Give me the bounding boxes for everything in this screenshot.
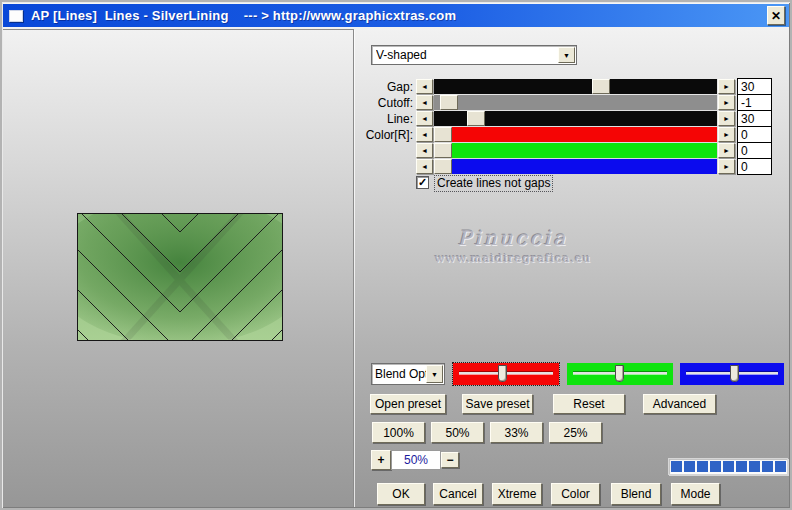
line-slider-track[interactable] (434, 111, 717, 126)
save-preset-button[interactable]: Save preset (462, 394, 533, 414)
chevron-down-icon[interactable]: ▼ (558, 47, 575, 63)
progress-segment (749, 461, 760, 472)
reset-button[interactable]: Reset (553, 394, 625, 414)
cutoff-slider-track[interactable] (434, 95, 717, 110)
watermark: Pinuccia www.maidiregrafica.eu (398, 226, 628, 265)
advanced-button[interactable]: Advanced (643, 394, 716, 414)
title-bar[interactable]: AP [Lines] Lines - SilverLining --- > ht… (2, 4, 790, 27)
close-button[interactable]: ✕ (767, 6, 785, 25)
preset-dropdown[interactable]: V-shaped ▼ (371, 45, 577, 65)
arrow-left-icon[interactable]: ◄ (416, 95, 433, 110)
color-green-slider-thumb[interactable] (434, 143, 452, 158)
app-icon (9, 10, 23, 22)
color-red-value-input[interactable] (737, 126, 772, 143)
color-button[interactable]: Color (551, 483, 600, 505)
arrow-left-icon[interactable]: ◄ (416, 79, 433, 94)
preset-dropdown-value: V-shaped (376, 48, 427, 62)
progress-segment (697, 461, 708, 472)
progress-bar (668, 458, 788, 475)
arrow-left-icon[interactable]: ◄ (416, 159, 433, 174)
green-mix-slider-thumb[interactable] (615, 365, 624, 382)
arrow-left-icon[interactable]: ◄ (416, 111, 433, 126)
check-icon: ✓ (418, 176, 427, 188)
chevron-down-icon[interactable]: ▼ (426, 365, 443, 383)
create-lines-checkbox[interactable]: ✓ (416, 176, 429, 189)
zoom-33-button[interactable]: 33% (490, 422, 543, 443)
arrow-right-icon[interactable]: ► (718, 159, 735, 174)
arrow-left-icon[interactable]: ◄ (416, 127, 433, 142)
color-red-slider-row: Color[R]: ◄ ► (0, 127, 792, 142)
progress-segment (736, 461, 747, 472)
progress-segment (671, 461, 682, 472)
color-blue-value-input[interactable] (737, 158, 772, 175)
gap-slider-thumb[interactable] (592, 79, 610, 94)
line-slider-thumb[interactable] (467, 111, 485, 126)
color-blue-slider-row: ◄ ► (0, 159, 792, 174)
xtreme-button[interactable]: Xtreme (492, 483, 542, 505)
color-r-label: Color[R]: (353, 128, 413, 142)
line-slider-row: Line: ◄ ► (0, 111, 792, 126)
color-blue-slider-track[interactable] (434, 159, 717, 174)
watermark-site: www.maidiregrafica.eu (398, 251, 628, 265)
color-green-slider-track[interactable] (434, 143, 717, 158)
cutoff-value-input[interactable] (737, 94, 772, 111)
blend-button[interactable]: Blend (611, 483, 661, 505)
preview-image[interactable] (77, 213, 283, 341)
arrow-right-icon[interactable]: ► (718, 79, 735, 94)
cancel-button[interactable]: Cancel (433, 483, 483, 505)
color-green-slider-row: ◄ ► (0, 143, 792, 158)
color-green-value-input[interactable] (737, 142, 772, 159)
red-mix-slider[interactable] (453, 363, 559, 385)
line-label: Line: (353, 112, 413, 126)
progress-segment (723, 461, 734, 472)
color-red-slider-track[interactable] (434, 127, 717, 142)
watermark-name: Pinuccia (398, 226, 628, 250)
v-shaped-pattern-preview (78, 214, 282, 340)
create-lines-checkbox-label[interactable]: Create lines not gaps (434, 175, 553, 192)
cutoff-slider-thumb[interactable] (440, 95, 458, 110)
blue-mix-slider-thumb[interactable] (730, 365, 739, 382)
mode-button[interactable]: Mode (671, 483, 720, 505)
gap-slider-row: Gap: ◄ ► (0, 79, 792, 94)
red-mix-slider-thumb[interactable] (498, 365, 507, 382)
arrow-right-icon[interactable]: ► (718, 127, 735, 142)
line-value-input[interactable] (737, 110, 772, 127)
color-blue-slider-thumb[interactable] (434, 159, 452, 174)
close-icon: ✕ (771, 9, 781, 23)
zoom-25-button[interactable]: 25% (549, 422, 602, 443)
gap-value-input[interactable] (737, 78, 772, 95)
arrow-right-icon[interactable]: ► (718, 95, 735, 110)
color-red-slider-thumb[interactable] (434, 127, 452, 142)
cutoff-label: Cutoff: (353, 96, 413, 110)
blend-options-dropdown[interactable]: Blend Opti ▼ (371, 363, 445, 385)
zoom-50-button[interactable]: 50% (431, 422, 484, 443)
zoom-in-button[interactable]: + (371, 450, 391, 470)
zoom-100-button[interactable]: 100% (372, 422, 425, 443)
cutoff-slider-row: Cutoff: ◄ ► (0, 95, 792, 110)
progress-segment (684, 461, 695, 472)
progress-segment (775, 461, 786, 472)
window-title: AP [Lines] Lines - SilverLining --- > ht… (31, 8, 456, 23)
arrow-right-icon[interactable]: ► (718, 111, 735, 126)
gap-slider-track[interactable] (434, 79, 717, 94)
zoom-out-button[interactable]: − (441, 452, 459, 468)
open-preset-button[interactable]: Open preset (370, 394, 446, 414)
blue-mix-slider[interactable] (680, 363, 784, 385)
gap-label: Gap: (353, 80, 413, 94)
green-mix-slider[interactable] (567, 363, 673, 385)
plugin-dialog: AP [Lines] Lines - SilverLining --- > ht… (0, 0, 792, 510)
arrow-left-icon[interactable]: ◄ (416, 143, 433, 158)
arrow-right-icon[interactable]: ► (718, 143, 735, 158)
ok-button[interactable]: OK (377, 483, 425, 505)
zoom-level-value: 50% (391, 450, 441, 470)
progress-segment (762, 461, 773, 472)
blend-options-value: Blend Opti (375, 367, 427, 381)
progress-segment (710, 461, 721, 472)
